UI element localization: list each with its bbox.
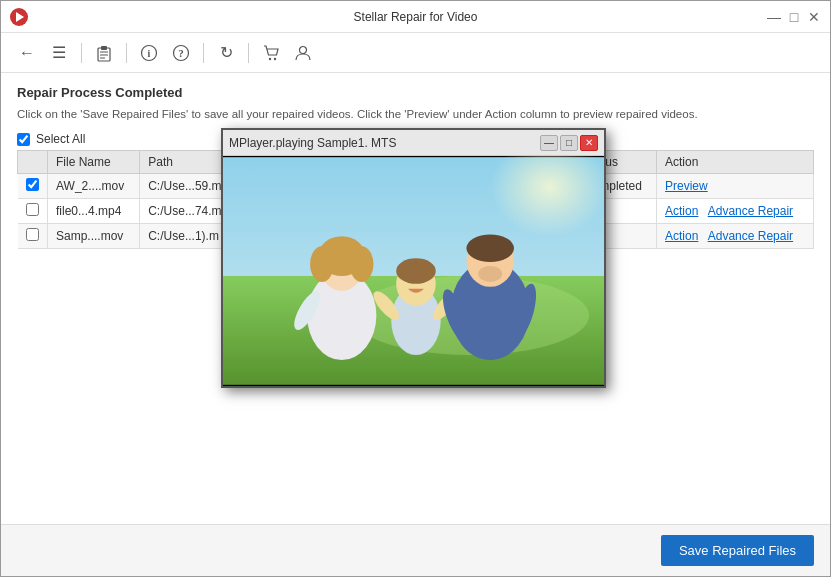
svg-rect-3 — [101, 46, 107, 50]
row1-checkbox[interactable] — [26, 178, 39, 191]
row3-filename: Samp....mov — [48, 224, 140, 249]
select-all-checkbox[interactable] — [17, 133, 30, 146]
cart-button[interactable] — [257, 39, 285, 67]
repair-status-label: Repair Process Completed — [17, 85, 814, 100]
minimize-button[interactable]: — — [766, 9, 782, 25]
svg-point-13 — [300, 46, 307, 53]
mplayer-minimize-button[interactable]: — — [540, 135, 558, 151]
select-all-label: Select All — [36, 132, 85, 146]
title-controls: — □ ✕ — [766, 9, 822, 25]
row1-preview-link[interactable]: Preview — [665, 179, 708, 193]
row2-action: Action Advance Repair — [657, 199, 814, 224]
info-button[interactable]: i — [135, 39, 163, 67]
row3-advance-repair-link[interactable]: Advance Repair — [708, 229, 793, 243]
separator-3 — [203, 43, 204, 63]
row2-advance-repair-link[interactable]: Advance Repair — [708, 204, 793, 218]
back-button[interactable]: ← — [13, 39, 41, 67]
row1-action: Preview — [657, 174, 814, 199]
row2-action-link[interactable]: Action — [665, 204, 698, 218]
close-button[interactable]: ✕ — [806, 9, 822, 25]
help-button[interactable]: ? — [167, 39, 195, 67]
mplayer-title: MPlayer.playing Sample1. MTS — [229, 136, 396, 150]
main-window: Stellar Repair for Video — □ ✕ ← ☰ i — [0, 0, 831, 577]
title-bar-left — [9, 7, 29, 27]
row2-checkbox[interactable] — [26, 203, 39, 216]
row2-checkbox-cell — [18, 199, 48, 224]
mplayer-video-area — [223, 156, 604, 386]
window-title: Stellar Repair for Video — [354, 10, 478, 24]
mplayer-titlebar: MPlayer.playing Sample1. MTS — □ ✕ — [223, 130, 604, 156]
title-bar: Stellar Repair for Video — □ ✕ — [1, 1, 830, 33]
col-header-action: Action — [657, 151, 814, 174]
user-button[interactable] — [289, 39, 317, 67]
col-header-filename: File Name — [48, 151, 140, 174]
separator-2 — [126, 43, 127, 63]
svg-rect-35 — [223, 157, 604, 385]
video-frame — [223, 156, 604, 386]
mplayer-close-button[interactable]: ✕ — [580, 135, 598, 151]
row1-filename: AW_2....mov — [48, 174, 140, 199]
row3-action-link[interactable]: Action — [665, 229, 698, 243]
svg-text:i: i — [148, 48, 151, 59]
app-icon — [9, 7, 29, 27]
mplayer-maximize-button[interactable]: □ — [560, 135, 578, 151]
row3-action: Action Advance Repair — [657, 224, 814, 249]
bottom-bar: Save Repaired Files — [1, 524, 830, 576]
separator-1 — [81, 43, 82, 63]
refresh-button[interactable]: ↻ — [212, 39, 240, 67]
mplayer-popup: MPlayer.playing Sample1. MTS — □ ✕ — [221, 128, 606, 388]
svg-point-11 — [269, 57, 271, 59]
toolbar: ← ☰ i ? ↻ — [1, 33, 830, 73]
row2-filename: file0...4.mp4 — [48, 199, 140, 224]
row3-checkbox[interactable] — [26, 228, 39, 241]
content-area: Repair Process Completed Click on the 'S… — [1, 73, 830, 524]
row3-checkbox-cell — [18, 224, 48, 249]
repair-description: Click on the 'Save Repaired Files' to sa… — [17, 106, 737, 122]
maximize-button[interactable]: □ — [786, 9, 802, 25]
menu-button[interactable]: ☰ — [45, 39, 73, 67]
save-repaired-files-button[interactable]: Save Repaired Files — [661, 535, 814, 566]
svg-text:?: ? — [178, 47, 184, 59]
row1-checkbox-cell — [18, 174, 48, 199]
mplayer-controls: — □ ✕ — [540, 135, 598, 151]
svg-point-12 — [274, 57, 276, 59]
clipboard-button[interactable] — [90, 39, 118, 67]
separator-4 — [248, 43, 249, 63]
col-header-checkbox — [18, 151, 48, 174]
